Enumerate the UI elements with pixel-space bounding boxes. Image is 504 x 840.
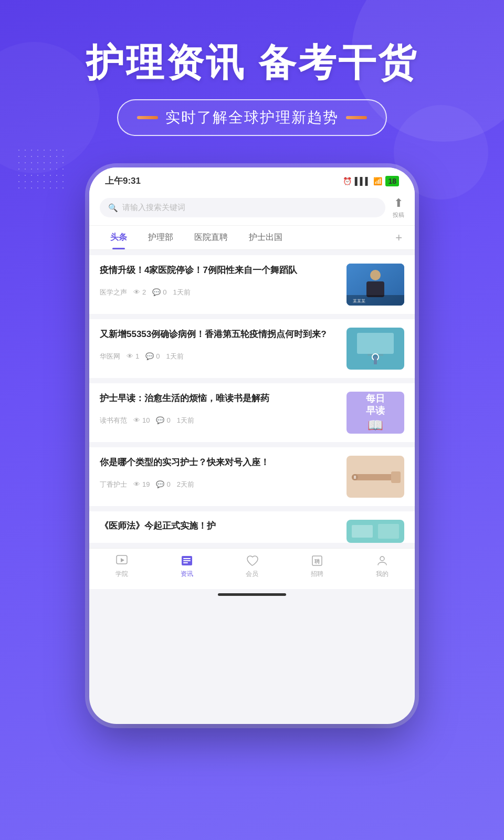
news-item-1[interactable]: 疫情升级！4家医院停诊！7例阳性来自一个舞蹈队 医学之声 👁 2 💬 0 bbox=[89, 255, 415, 314]
svg-rect-15 bbox=[354, 476, 356, 479]
news-thumbnail-3: 每日 早读 📖 bbox=[346, 392, 404, 434]
news-comments-2: 💬 0 bbox=[145, 352, 160, 360]
nav-item-mine[interactable]: 我的 bbox=[375, 554, 389, 579]
news-item-4[interactable]: 你是哪个类型的实习护士？快来对号入座！ 丁香护士 👁 19 💬 0 bbox=[89, 447, 415, 506]
status-bar: 上午9:31 ⏰ ▌▌▌ 📶 18 bbox=[89, 167, 415, 191]
nav-label-recruit: 招聘 bbox=[311, 570, 323, 579]
svg-rect-3 bbox=[366, 281, 384, 297]
tab-overseas-nurse[interactable]: 护士出国 bbox=[238, 226, 293, 249]
svg-rect-22 bbox=[183, 558, 191, 559]
news-thumbnail-2 bbox=[346, 328, 404, 370]
news-icon bbox=[181, 554, 193, 567]
nav-icon-member bbox=[245, 554, 259, 568]
search-bar[interactable]: 🔍 请输入搜索关键词 bbox=[100, 198, 385, 217]
tabs-area: 头条 护理部 医院直聘 护士出国 + bbox=[89, 226, 415, 250]
phone-mockup: 上午9:31 ⏰ ▌▌▌ 📶 18 🔍 请输入搜索关键词 ⬆ 投稿 头条 bbox=[89, 167, 415, 724]
phone-container: 上午9:31 ⏰ ▌▌▌ 📶 18 🔍 请输入搜索关键词 ⬆ 投稿 头条 bbox=[0, 167, 504, 724]
news-item-3[interactable]: 护士早读：治愈生活的烦恼，唯读书是解药 读书有范 👁 10 💬 0 bbox=[89, 383, 415, 442]
upload-icon: ⬆ bbox=[394, 196, 403, 210]
eye-icon-2: 👁 bbox=[127, 352, 133, 360]
search-area: 🔍 请输入搜索关键词 ⬆ 投稿 bbox=[89, 191, 415, 226]
svg-marker-20 bbox=[121, 558, 124, 562]
profile-icon bbox=[376, 554, 388, 567]
upload-button[interactable]: ⬆ 投稿 bbox=[393, 196, 404, 219]
search-icon: 🔍 bbox=[108, 203, 118, 213]
news-comments-3: 💬 0 bbox=[156, 416, 170, 424]
news-feed: 疫情升级！4家医院停诊！7例阳性来自一个舞蹈队 医学之声 👁 2 💬 0 bbox=[89, 250, 415, 548]
news-item-5-partial[interactable]: 《医师法》今起正式实施！护 bbox=[89, 511, 415, 543]
nav-icon-academy bbox=[115, 554, 129, 568]
news-meta-4: 丁香护士 👁 19 💬 0 2天前 bbox=[100, 480, 339, 489]
tab-add-button[interactable]: + bbox=[393, 227, 404, 249]
tab-headlines[interactable]: 头条 bbox=[100, 226, 138, 249]
news-title-1: 疫情升级！4家医院停诊！7例阳性来自一个舞蹈队 bbox=[100, 264, 339, 277]
home-indicator bbox=[218, 593, 286, 596]
nav-item-recruit[interactable]: 聘 招聘 bbox=[310, 554, 324, 579]
partial-content-5: 《医师法》今起正式实施！护 bbox=[100, 520, 404, 543]
thumb-medical-svg bbox=[346, 328, 404, 370]
news-views-1: 👁 2 bbox=[133, 288, 146, 296]
news-time-1: 1天前 bbox=[173, 288, 190, 297]
header-area: 护理资讯 备考干货 实时了解全球护理新趋势 bbox=[0, 0, 504, 152]
main-title: 护理资讯 备考干货 bbox=[0, 42, 504, 83]
book-emoji: 📖 bbox=[368, 418, 383, 433]
news-time-3: 1天前 bbox=[177, 416, 194, 425]
comment-icon-4: 💬 bbox=[156, 480, 164, 488]
news-item-2[interactable]: 又新增55353例确诊病例！香港第五轮疫情拐点何时到来? 华医网 👁 1 💬 0 bbox=[89, 319, 415, 378]
news-views-4: 👁 19 bbox=[133, 480, 150, 488]
news-text-4: 你是哪个类型的实习护士？快来对号入座！ 丁香护士 👁 19 💬 0 bbox=[100, 456, 339, 489]
nav-item-news[interactable]: 资讯 bbox=[180, 554, 194, 579]
news-content-2: 又新增55353例确诊病例！香港第五轮疫情拐点何时到来? 华医网 👁 1 💬 0 bbox=[100, 328, 404, 370]
partial-thumb-5 bbox=[346, 520, 404, 543]
news-comments-1: 💬 0 bbox=[152, 288, 166, 296]
nav-icon-mine bbox=[375, 554, 389, 568]
nav-icon-recruit: 聘 bbox=[310, 554, 324, 568]
news-text-3: 护士早读：治愈生活的烦恼，唯读书是解药 读书有范 👁 10 💬 0 bbox=[100, 392, 339, 425]
thumb-person-svg: 某某某 bbox=[346, 264, 404, 306]
status-time: 上午9:31 bbox=[105, 175, 141, 187]
svg-text:某某某: 某某某 bbox=[353, 299, 365, 303]
news-source-2: 华医网 bbox=[100, 352, 120, 361]
news-meta-3: 读书有范 👁 10 💬 0 1天前 bbox=[100, 416, 339, 425]
news-title-3: 护士早读：治愈生活的烦恼，唯读书是解药 bbox=[100, 392, 339, 405]
daily-tag-line2: 早读 bbox=[366, 405, 385, 417]
news-content-1: 疫情升级！4家医院停诊！7例阳性来自一个舞蹈队 医学之声 👁 2 💬 0 bbox=[100, 264, 404, 306]
search-placeholder-text: 请输入搜索关键词 bbox=[122, 203, 185, 213]
thumb-person-bg: 某某某 bbox=[346, 264, 404, 306]
tab-nursing-dept[interactable]: 护理部 bbox=[138, 226, 184, 249]
tab-hospital-jobs[interactable]: 医院直聘 bbox=[184, 226, 238, 249]
bottom-nav: 学院 资讯 会员 bbox=[89, 548, 415, 589]
svg-rect-23 bbox=[183, 560, 191, 561]
nav-label-mine: 我的 bbox=[376, 570, 388, 579]
comment-icon-3: 💬 bbox=[156, 416, 164, 424]
news-content-3: 护士早读：治愈生活的烦恼，唯读书是解药 读书有范 👁 10 💬 0 bbox=[100, 392, 404, 434]
subtitle-text: 实时了解全球护理新趋势 bbox=[165, 108, 339, 128]
alarm-icon: ⏰ bbox=[343, 177, 352, 185]
news-views-3: 👁 10 bbox=[133, 416, 150, 424]
eye-icon-4: 👁 bbox=[133, 480, 140, 488]
news-text-1: 疫情升级！4家医院停诊！7例阳性来自一个舞蹈队 医学之声 👁 2 💬 0 bbox=[100, 264, 339, 297]
news-title-4: 你是哪个类型的实习护士？快来对号入座！ bbox=[100, 456, 339, 469]
nav-item-member[interactable]: 会员 bbox=[245, 554, 259, 579]
battery-badge: 18 bbox=[385, 176, 399, 186]
svg-rect-7 bbox=[357, 333, 394, 354]
thumb-nurse-svg bbox=[346, 456, 404, 498]
deco-bar-left bbox=[137, 116, 158, 119]
news-meta-2: 华医网 👁 1 💬 0 1天前 bbox=[100, 352, 339, 361]
comment-icon-2: 💬 bbox=[145, 352, 154, 360]
thumb-hospital-svg bbox=[346, 520, 404, 543]
news-title-2: 又新增55353例确诊病例！香港第五轮疫情拐点何时到来? bbox=[100, 328, 339, 341]
svg-rect-17 bbox=[352, 525, 373, 538]
eye-icon-3: 👁 bbox=[133, 416, 140, 424]
nav-label-news: 资讯 bbox=[181, 570, 193, 579]
svg-rect-10 bbox=[374, 356, 377, 364]
news-comments-4: 💬 0 bbox=[156, 480, 170, 488]
news-meta-1: 医学之声 👁 2 💬 0 1天前 bbox=[100, 288, 339, 297]
news-thumbnail-4 bbox=[346, 456, 404, 498]
deco-bar-right bbox=[346, 116, 367, 119]
subtitle-banner: 实时了解全球护理新趋势 bbox=[117, 99, 387, 136]
recruit-icon: 聘 bbox=[311, 554, 323, 567]
nav-item-academy[interactable]: 学院 bbox=[115, 554, 129, 579]
signal-bars-icon: ▌▌▌ bbox=[355, 177, 371, 185]
partial-title-5: 《医师法》今起正式实施！护 bbox=[100, 520, 339, 543]
